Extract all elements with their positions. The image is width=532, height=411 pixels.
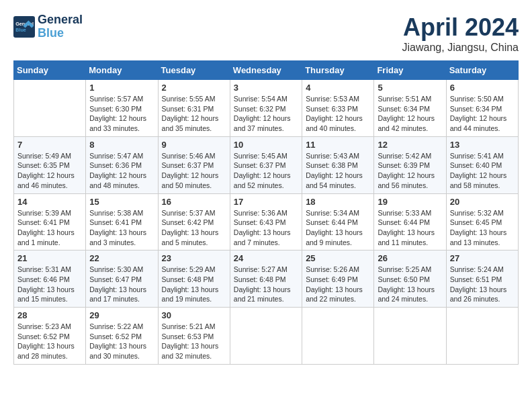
day-number: 19	[378, 197, 442, 207]
day-number: 15	[89, 197, 154, 207]
day-info: Sunset: 6:45 PM	[450, 218, 515, 228]
day-cell: 30Sunrise: 5:21 AMSunset: 6:53 PMDayligh…	[158, 308, 230, 365]
day-info: Sunrise: 5:37 AM	[162, 208, 226, 218]
day-cell: 1Sunrise: 5:57 AMSunset: 6:30 PMDaylight…	[86, 80, 158, 137]
day-number: 24	[234, 253, 298, 263]
day-cell: 22Sunrise: 5:30 AMSunset: 6:47 PMDayligh…	[86, 250, 158, 308]
day-cell: 16Sunrise: 5:37 AMSunset: 6:42 PMDayligh…	[158, 193, 230, 250]
day-cell: 28Sunrise: 5:23 AMSunset: 6:52 PMDayligh…	[14, 308, 86, 365]
day-cell: 4Sunrise: 5:53 AMSunset: 6:33 PMDaylight…	[302, 80, 374, 137]
day-cell: 15Sunrise: 5:38 AMSunset: 6:41 PMDayligh…	[86, 193, 158, 250]
page-header: General Blue General Blue April 2024 Jia…	[13, 13, 519, 54]
day-number: 5	[378, 83, 442, 93]
day-cell: 11Sunrise: 5:43 AMSunset: 6:38 PMDayligh…	[302, 136, 374, 193]
day-info: Daylight: 13 hours	[162, 285, 226, 295]
day-number: 16	[162, 197, 226, 207]
day-info: Sunset: 6:50 PM	[378, 275, 442, 285]
month-title: April 2024	[402, 13, 519, 42]
day-info: and 35 minutes.	[162, 124, 226, 134]
day-info: Sunset: 6:41 PM	[89, 218, 154, 228]
day-info: Daylight: 13 hours	[17, 228, 82, 238]
col-header-tuesday: Tuesday	[158, 61, 230, 80]
day-info: Sunset: 6:52 PM	[17, 332, 82, 342]
day-info: Sunset: 6:43 PM	[234, 218, 298, 228]
day-info: Sunrise: 5:46 AM	[162, 151, 226, 161]
day-info: Sunrise: 5:57 AM	[89, 94, 154, 104]
day-number: 10	[234, 140, 298, 150]
day-cell	[374, 308, 446, 365]
day-info: Sunrise: 5:55 AM	[162, 94, 226, 104]
day-cell: 10Sunrise: 5:45 AMSunset: 6:37 PMDayligh…	[230, 136, 302, 193]
day-info: Daylight: 13 hours	[450, 228, 515, 238]
calendar-table: SundayMondayTuesdayWednesdayThursdayFrid…	[13, 60, 519, 365]
day-cell	[230, 308, 302, 365]
day-info: and 7 minutes.	[234, 238, 298, 248]
day-info: Daylight: 13 hours	[378, 285, 442, 295]
day-info: Sunrise: 5:31 AM	[17, 265, 82, 275]
day-info: Sunrise: 5:54 AM	[234, 94, 298, 104]
day-cell: 23Sunrise: 5:29 AMSunset: 6:48 PMDayligh…	[158, 250, 230, 308]
day-info: Sunset: 6:35 PM	[17, 161, 82, 171]
day-info: Sunset: 6:51 PM	[450, 275, 515, 285]
day-number: 14	[17, 197, 82, 207]
day-info: Sunrise: 5:29 AM	[162, 265, 226, 275]
day-info: Daylight: 13 hours	[378, 228, 442, 238]
day-number: 21	[17, 253, 82, 263]
day-number: 8	[89, 140, 154, 150]
day-info: Sunrise: 5:43 AM	[306, 151, 370, 161]
day-info: and 24 minutes.	[378, 294, 442, 304]
day-info: Daylight: 12 hours	[162, 113, 226, 124]
day-info: and 3 minutes.	[89, 238, 154, 248]
week-row-1: 1Sunrise: 5:57 AMSunset: 6:30 PMDaylight…	[14, 80, 519, 137]
day-info: Sunset: 6:53 PM	[162, 332, 226, 342]
day-number: 7	[17, 140, 82, 150]
day-info: and 9 minutes.	[306, 238, 370, 248]
day-info: Sunrise: 5:49 AM	[17, 151, 82, 161]
day-info: Sunrise: 5:36 AM	[234, 208, 298, 218]
day-info: Sunrise: 5:21 AM	[162, 322, 226, 332]
day-cell: 21Sunrise: 5:31 AMSunset: 6:46 PMDayligh…	[14, 250, 86, 308]
day-info: and 33 minutes.	[89, 124, 154, 134]
day-info: Daylight: 13 hours	[306, 228, 370, 238]
day-info: Sunrise: 5:45 AM	[234, 151, 298, 161]
day-info: Sunset: 6:32 PM	[234, 104, 298, 114]
day-info: and 17 minutes.	[89, 294, 154, 304]
header-row: SundayMondayTuesdayWednesdayThursdayFrid…	[14, 61, 519, 80]
day-info: Daylight: 13 hours	[89, 285, 154, 295]
day-number: 9	[162, 140, 226, 150]
svg-text:Blue: Blue	[15, 27, 26, 33]
day-info: Sunrise: 5:27 AM	[234, 265, 298, 275]
day-info: Sunrise: 5:42 AM	[378, 151, 442, 161]
day-number: 25	[306, 253, 370, 263]
day-info: and 30 minutes.	[89, 351, 154, 361]
week-row-4: 21Sunrise: 5:31 AMSunset: 6:46 PMDayligh…	[14, 250, 519, 308]
day-info: Sunset: 6:48 PM	[162, 275, 226, 285]
day-info: and 44 minutes.	[450, 124, 515, 134]
day-info: and 37 minutes.	[234, 124, 298, 134]
day-number: 2	[162, 83, 226, 93]
day-number: 23	[162, 253, 226, 263]
day-info: Sunset: 6:40 PM	[450, 161, 515, 171]
logo: General Blue General Blue	[13, 13, 83, 40]
day-info: and 19 minutes.	[162, 294, 226, 304]
day-number: 27	[450, 253, 515, 263]
day-info: and 58 minutes.	[450, 181, 515, 191]
day-info: Sunset: 6:44 PM	[378, 218, 442, 228]
day-info: Sunrise: 5:22 AM	[89, 322, 154, 332]
day-info: Daylight: 13 hours	[17, 285, 82, 295]
week-row-5: 28Sunrise: 5:23 AMSunset: 6:52 PMDayligh…	[14, 308, 519, 365]
day-number: 20	[450, 197, 515, 207]
day-info: Daylight: 12 hours	[162, 171, 226, 181]
col-header-monday: Monday	[86, 61, 158, 80]
day-info: Sunset: 6:46 PM	[17, 275, 82, 285]
day-info: Daylight: 13 hours	[234, 285, 298, 295]
day-cell: 18Sunrise: 5:34 AMSunset: 6:44 PMDayligh…	[302, 193, 374, 250]
day-info: Sunset: 6:34 PM	[378, 104, 442, 114]
day-info: Sunset: 6:36 PM	[89, 161, 154, 171]
day-info: Sunrise: 5:30 AM	[89, 265, 154, 275]
day-number: 4	[306, 83, 370, 93]
day-info: and 54 minutes.	[306, 181, 370, 191]
day-info: Daylight: 13 hours	[162, 228, 226, 238]
day-info: Sunset: 6:30 PM	[89, 104, 154, 114]
day-info: Sunrise: 5:23 AM	[17, 322, 82, 332]
